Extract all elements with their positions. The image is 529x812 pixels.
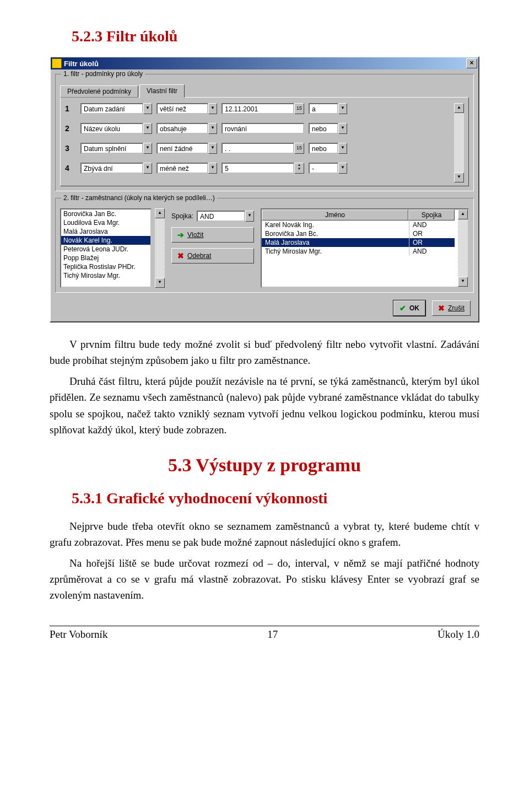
insert-label: Vložit	[187, 231, 203, 239]
conj-combo[interactable]: nebo▼	[309, 123, 347, 134]
scroll-down-icon[interactable]: ▼	[155, 278, 165, 288]
chevron-down-icon[interactable]: ▼	[208, 103, 217, 114]
ok-button[interactable]: ✔ OK	[393, 300, 425, 316]
field-combo[interactable]: Zbývá dní▼	[80, 163, 152, 174]
field-combo[interactable]: Název úkolu▼	[80, 123, 152, 134]
chevron-down-icon[interactable]: ▼	[143, 123, 152, 134]
footer-pagenum: 17	[267, 628, 278, 641]
list-item[interactable]: Peterová Leona JUDr.	[61, 245, 150, 254]
field-combo[interactable]: Datum splnění▼	[80, 143, 152, 154]
chevron-down-icon[interactable]: ▼	[143, 103, 152, 114]
tab-panel-custom: 1Datum zadání▼větší než▼12.11.200115a▼2N…	[60, 97, 469, 186]
field-combo[interactable]: Datum zadání▼	[80, 103, 152, 114]
close-icon[interactable]: ×	[466, 58, 477, 68]
field-combo-value[interactable]: Název úkolu	[80, 123, 143, 134]
scroll-up-icon[interactable]: ▲	[458, 209, 468, 219]
spojka-label: Spojka:	[171, 212, 193, 220]
value-cell: 12.11.200115	[222, 103, 304, 114]
col-header-name[interactable]: Jméno	[262, 209, 408, 221]
chevron-down-icon[interactable]: ▼	[208, 123, 217, 134]
operator-combo-value[interactable]: obsahuje	[156, 123, 208, 134]
field-combo-value[interactable]: Datum splnění	[80, 143, 143, 154]
spinner-icon[interactable]: ▲▼	[294, 163, 304, 174]
scroll-track[interactable]	[458, 219, 468, 277]
scroll-track[interactable]	[454, 113, 464, 173]
chevron-down-icon[interactable]: ▼	[338, 143, 347, 154]
operator-combo[interactable]: větší než▼	[156, 103, 217, 114]
operator-combo[interactable]: obsahuje▼	[156, 123, 217, 134]
list-item[interactable]: Borovička Jan Bc.	[61, 209, 150, 218]
conj-combo[interactable]: nebo▼	[309, 143, 347, 154]
field-combo-value[interactable]: Zbývá dní	[80, 163, 143, 174]
conj-combo-value[interactable]: nebo	[309, 123, 338, 134]
calendar-icon[interactable]: 15	[294, 103, 304, 114]
remove-button[interactable]: ✖ Odebrat	[171, 248, 254, 264]
cancel-label: Zrušit	[448, 304, 465, 312]
insert-button[interactable]: ➔ Vložit	[171, 227, 254, 243]
operator-combo-value[interactable]: není žádné	[156, 143, 208, 154]
list-item[interactable]: Novák Karel Ing.	[61, 236, 150, 245]
table-row[interactable]: Tichý Miroslav Mgr.AND	[262, 247, 455, 256]
operator-combo[interactable]: není žádné▼	[156, 143, 217, 154]
footer-author: Petr Voborník	[50, 628, 107, 641]
chevron-down-icon[interactable]: ▼	[143, 163, 152, 174]
table-row[interactable]: Malá JaroslavaOR	[262, 238, 455, 247]
list-item[interactable]: Popp Blažej	[61, 254, 150, 262]
check-icon: ✔	[400, 304, 406, 313]
filter-row: 4Zbývá dní▼méně než▼5▲▼-▼	[65, 163, 451, 174]
conj-combo-value[interactable]: nebo	[309, 143, 338, 154]
list-item[interactable]: Teplička Rostislav PHDr.	[61, 262, 150, 271]
table-row[interactable]: Karel Novák Ing.AND	[262, 221, 455, 229]
table-scrollbar[interactable]: ▲ ▼	[458, 209, 468, 287]
field-combo-value[interactable]: Datum zadání	[80, 103, 143, 114]
cell-name: Tichý Miroslav Mgr.	[262, 247, 409, 256]
row-number: 2	[65, 124, 76, 133]
operator-combo-value[interactable]: větší než	[156, 103, 208, 114]
chevron-down-icon[interactable]: ▼	[208, 163, 217, 174]
col-header-conj[interactable]: Spojka	[408, 209, 455, 221]
scroll-up-icon[interactable]: ▲	[155, 208, 165, 218]
value-input[interactable]: rovnání	[222, 123, 304, 134]
scroll-down-icon[interactable]: ▼	[458, 277, 468, 287]
value-input[interactable]: . .	[222, 143, 294, 154]
tab-preset[interactable]: Předvolené podmínky	[60, 85, 138, 98]
chevron-down-icon[interactable]: ▼	[245, 211, 254, 222]
operator-combo[interactable]: méně než▼	[156, 163, 217, 174]
rows-scrollbar[interactable]: ▲ ▼	[454, 103, 464, 182]
cancel-button[interactable]: ✖ Zrušit	[432, 300, 471, 316]
conj-combo-value[interactable]: a	[309, 103, 338, 114]
cell-conj: OR	[409, 238, 455, 247]
calendar-icon[interactable]: 15	[294, 143, 304, 154]
scroll-up-icon[interactable]: ▲	[454, 103, 464, 113]
emp-scrollbar[interactable]: ▲ ▼	[155, 208, 165, 288]
scroll-down-icon[interactable]: ▼	[454, 173, 464, 182]
conj-combo[interactable]: -▼	[309, 163, 347, 174]
chevron-down-icon[interactable]: ▼	[208, 143, 217, 154]
tab-custom[interactable]: Vlastní filtr	[139, 84, 185, 98]
table-row[interactable]: Borovička Jan Bc.OR	[262, 229, 455, 238]
conj-combo-value[interactable]: -	[309, 163, 338, 174]
value-cell: 5▲▼	[222, 163, 304, 174]
selected-table[interactable]: JménoSpojkaKarel Novák Ing.ANDBorovička …	[261, 208, 469, 288]
row-number: 3	[65, 144, 76, 153]
value-input[interactable]: 12.11.2001	[222, 103, 294, 114]
cell-name: Borovička Jan Bc.	[262, 229, 409, 238]
x-icon: ✖	[438, 304, 445, 313]
value-input[interactable]: 5	[222, 163, 294, 174]
group2-legend: 2. filtr - zaměstnanci (úkoly na kterých…	[61, 194, 217, 202]
list-item[interactable]: Malá Jaroslava	[61, 227, 150, 236]
group-filter1: 1. filtr - podmínky pro úkoly Předvolené…	[55, 74, 474, 191]
cell-conj: AND	[409, 221, 455, 229]
employee-listbox[interactable]: Borovička Jan Bc.Loudilová Eva Mgr.Malá …	[60, 208, 152, 288]
list-item[interactable]: Tichý Miroslav Mgr.	[61, 271, 150, 280]
chevron-down-icon[interactable]: ▼	[143, 143, 152, 154]
operator-combo-value[interactable]: méně než	[156, 163, 208, 174]
list-item[interactable]: Loudilová Eva Mgr.	[61, 218, 150, 227]
spojka-combo[interactable]: AND	[197, 211, 245, 222]
conj-combo[interactable]: a▼	[309, 103, 347, 114]
scroll-track[interactable]	[155, 218, 165, 278]
chevron-down-icon[interactable]: ▼	[338, 163, 347, 174]
chevron-down-icon[interactable]: ▼	[338, 103, 347, 114]
chevron-down-icon[interactable]: ▼	[338, 123, 347, 134]
heading-523: 5.2.3 Filtr úkolů	[72, 28, 479, 45]
